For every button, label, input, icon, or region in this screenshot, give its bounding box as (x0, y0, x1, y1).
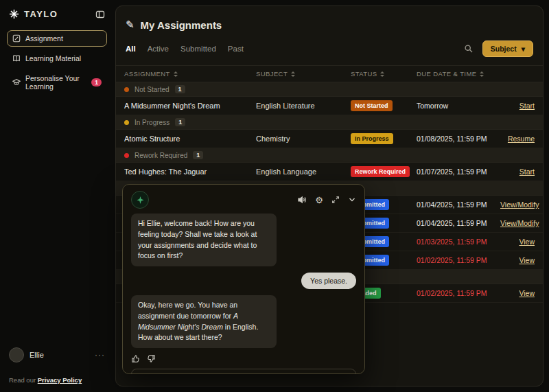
bot-message: Hi Ellie, welcome back! How are you feel… (131, 214, 277, 266)
user-message: Yes please. (301, 273, 356, 289)
status-dot (124, 153, 129, 158)
sidebar-item-label: Assignment (25, 34, 63, 43)
graduation-cap-icon (12, 78, 21, 87)
thumbs-down-icon[interactable] (147, 354, 156, 363)
sidebar-item-label: Learning Material (25, 54, 81, 62)
group-count: 1 (175, 85, 185, 93)
view-modify-link[interactable]: View/Modify (500, 200, 539, 209)
column-header-subject[interactable]: SUBJECT (256, 70, 351, 78)
chat-messages: Hi Ellie, welcome back! How are you feel… (131, 214, 356, 369)
group-label: Rework Required (135, 152, 187, 159)
sidebar-item-personalise[interactable]: Personalise Your Learning 1 (7, 70, 107, 95)
app-window: TAYLO Assignment Learning Material (0, 0, 549, 392)
chevron-down-icon: ▾ (522, 45, 525, 53)
view-link[interactable]: View (519, 289, 535, 297)
status-dot (124, 87, 129, 92)
user-avatar (9, 347, 24, 362)
tab-active[interactable]: Active (148, 45, 169, 53)
group-label: In Progress (135, 119, 170, 126)
sort-arrows-icon (174, 71, 178, 77)
view-link[interactable]: View (519, 256, 535, 264)
privacy-policy-link[interactable]: Privacy Policy (38, 376, 82, 384)
app-title: TAYLO (24, 9, 58, 19)
table-row[interactable]: A Midsummer Night's Dream English Litera… (116, 97, 543, 115)
bot-message: Okay, here we go. You have an assignment… (131, 295, 277, 348)
page-title: My Assignments (141, 19, 222, 31)
start-link[interactable]: Start (519, 168, 535, 176)
sort-arrows-icon (291, 71, 295, 77)
app-logo: TAYLO (9, 9, 58, 19)
taylo-bot-avatar (131, 191, 149, 209)
tab-submitted[interactable]: Submitted (180, 45, 216, 53)
status-badge: In Progress (351, 133, 393, 144)
column-header-status[interactable]: STATUS (351, 70, 417, 78)
thumbs-up-icon[interactable] (131, 354, 140, 363)
tab-all[interactable]: All (126, 45, 136, 53)
sort-arrows-icon (380, 71, 384, 77)
due-date-cell: 01/04/2025, 11:59 PM (417, 219, 500, 227)
start-link[interactable]: Start (519, 102, 535, 110)
user-menu-ellipsis-icon[interactable]: ··· (95, 350, 105, 360)
due-date-cell: 01/07/2025, 11:59 PM (417, 168, 500, 176)
due-date-cell: 01/03/2025, 11:59 PM (417, 238, 500, 246)
search-icon[interactable] (464, 44, 474, 54)
assignment-name: Ted Hughes: The Jaguar (124, 168, 256, 176)
assignment-name: A Midsummer Night's Dream (124, 102, 256, 110)
view-modify-link[interactable]: View/Modify (500, 219, 539, 227)
sidebar: TAYLO Assignment Learning Material (0, 0, 114, 392)
chevron-down-icon[interactable] (348, 196, 356, 204)
column-header-assignment[interactable]: ASSIGNMENT (124, 70, 256, 78)
group-count: 1 (193, 151, 203, 159)
sidebar-collapse-icon[interactable] (95, 10, 105, 19)
group-label: Not Started (135, 86, 170, 93)
starburst-logo-icon (9, 9, 19, 19)
book-icon (12, 54, 21, 62)
user-profile[interactable]: Ellie ··· (7, 347, 107, 362)
sidebar-item-assignment[interactable]: Assignment (7, 30, 107, 47)
user-name: Ellie (30, 351, 44, 359)
table-row[interactable]: Atomic Structure Chemistry In Progress 0… (116, 130, 543, 148)
status-dot (124, 120, 129, 125)
subject-filter-button[interactable]: Subject ▾ (482, 41, 533, 57)
due-date-cell: 01/04/2025, 11:59 PM (417, 200, 500, 209)
volume-icon[interactable] (297, 195, 307, 205)
group-row-in-progress[interactable]: In Progress 1 (116, 115, 543, 130)
notification-badge: 1 (91, 78, 102, 87)
settings-gear-icon[interactable]: ⚙ (315, 196, 323, 205)
subject-filter-label: Subject (491, 45, 517, 53)
due-date-cell: 01/02/2025, 11:59 PM (417, 256, 500, 264)
group-row-not-started[interactable]: Not Started 1 (116, 82, 543, 97)
chat-composer: ↑ (131, 369, 356, 374)
tabs-bar: All Active Submitted Past Subject ▾ (116, 41, 543, 65)
pencil-icon: ✎ (126, 19, 135, 31)
due-date-cell: 01/02/2025, 11:59 PM (417, 289, 500, 297)
group-row-rework-required[interactable]: Rework Required 1 (116, 148, 543, 163)
sidebar-nav: Assignment Learning Material Personalise… (7, 30, 107, 95)
group-count: 1 (175, 118, 185, 126)
sidebar-item-label: Personalise Your Learning (25, 74, 86, 91)
table-header-row: ASSIGNMENT SUBJECT STATUS DUE DATE & TIM… (116, 65, 543, 82)
status-badge: Not Started (351, 100, 393, 111)
subject-cell: English Language (256, 168, 351, 176)
taylo-chat-panel: ⚙ Hi Ellie, welcome back! How are you fe… (122, 184, 365, 374)
column-header-due[interactable]: DUE DATE & TIME (417, 70, 500, 78)
due-date-cell: 01/08/2025, 11:59 PM (417, 135, 500, 143)
assignment-name: Atomic Structure (124, 135, 256, 143)
privacy-prefix: Read our (9, 376, 38, 384)
resume-link[interactable]: Resume (508, 135, 535, 143)
sidebar-item-learning-material[interactable]: Learning Material (7, 50, 107, 67)
due-date-cell: Tomorrow (417, 102, 500, 110)
subject-cell: English Literature (256, 102, 351, 110)
table-row[interactable]: Ted Hughes: The Jaguar English Language … (116, 163, 543, 181)
status-badge: Rework Required (351, 166, 410, 177)
sort-arrows-icon (480, 71, 484, 77)
expand-icon[interactable] (331, 196, 340, 204)
subject-cell: Chemistry (256, 135, 351, 143)
tab-past[interactable]: Past (228, 45, 244, 53)
privacy-footer: Read our Privacy Policy (7, 376, 107, 384)
pencil-square-icon (12, 34, 21, 43)
view-link[interactable]: View (519, 238, 535, 246)
